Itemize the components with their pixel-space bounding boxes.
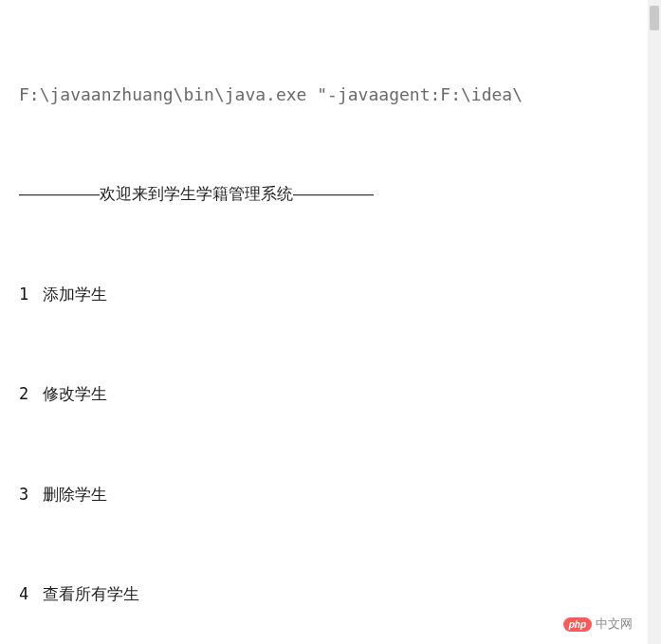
menu-label: 删除学生 — [43, 486, 107, 504]
console-output: F:\javaanzhuang\bin\java.exe "-javaagent… — [0, 0, 661, 644]
system-header: —————欢迎来到学生学籍管理系统————— — [19, 178, 642, 212]
scrollbar-thumb[interactable] — [650, 6, 659, 30]
menu-num: 1 — [19, 278, 38, 311]
menu-item-3: 3 删除学生 — [19, 478, 642, 512]
vertical-scrollbar[interactable] — [648, 0, 661, 644]
command-line: F:\javaanzhuang\bin\java.exe "-javaagent… — [19, 78, 642, 113]
php-logo-icon: php — [563, 617, 592, 632]
menu-item-4: 4 查看所有学生 — [19, 578, 642, 612]
watermark: php 中文网 — [563, 616, 633, 633]
menu-item-1: 1 添加学生 — [19, 278, 642, 312]
menu-label: 查看所有学生 — [43, 585, 139, 603]
menu-label: 添加学生 — [43, 285, 107, 304]
menu-item-2: 2 修改学生 — [19, 377, 642, 412]
menu-num: 2 — [19, 377, 38, 411]
menu-num: 4 — [19, 578, 38, 611]
menu-label: 修改学生 — [43, 385, 107, 403]
php-badge: php — [563, 617, 592, 632]
watermark-text: 中文网 — [596, 616, 633, 633]
menu-num: 3 — [19, 478, 38, 511]
